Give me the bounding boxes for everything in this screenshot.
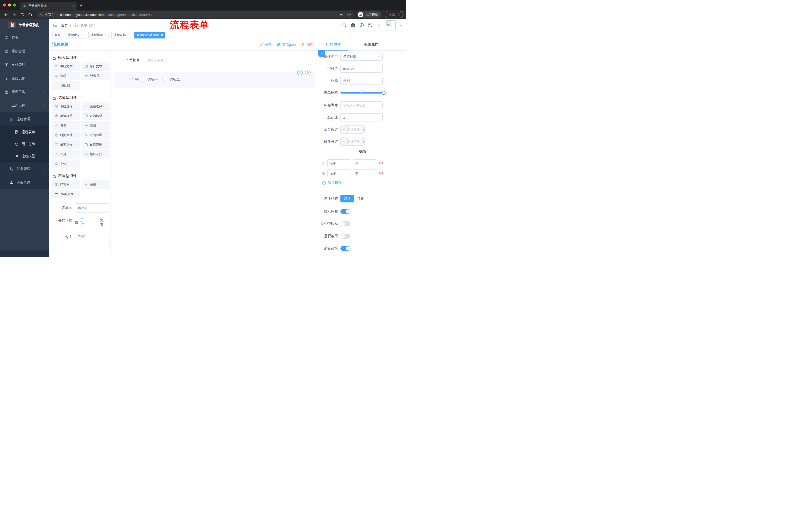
tag-process-model[interactable]: 流程模型✕ — [88, 32, 109, 38]
palette-item-button[interactable]: 按钮 — [82, 180, 110, 189]
minus-button[interactable]: − — [341, 138, 348, 145]
canvas-field-gender-selected[interactable]: 性别 选项一 选项二 — [115, 73, 315, 88]
phone-input[interactable] — [143, 56, 312, 65]
required-switch[interactable] — [341, 246, 350, 251]
view-json-button[interactable]: 查看json — [277, 43, 296, 47]
title-input[interactable] — [341, 77, 383, 85]
delete-component-button[interactable] — [305, 70, 311, 75]
sidebar-item-payment[interactable]: 支付管理 — [0, 58, 49, 72]
default-value-input[interactable] — [341, 113, 383, 121]
clear-button[interactable]: 清空 — [301, 43, 314, 47]
tag-home[interactable]: 首页 — [53, 32, 63, 38]
sidebar-item-process-form[interactable]: 流程表单 — [0, 126, 49, 138]
home-icon[interactable] — [27, 11, 34, 18]
data-bind-link-button[interactable] — [318, 51, 325, 57]
palette-item-radio-group[interactable]: 单选框组 — [52, 112, 80, 120]
status-off-label[interactable]: 关闭 — [100, 218, 106, 227]
palette-item-checkbox-group[interactable]: 多选框组 — [82, 112, 110, 120]
palette-item-date-picker[interactable]: 日期选择 — [52, 140, 80, 149]
font-size-icon[interactable] — [376, 23, 382, 28]
disabled-switch[interactable] — [341, 234, 350, 239]
palette-item-row-container[interactable]: 行容器 — [52, 180, 80, 189]
slider-track[interactable] — [341, 92, 384, 93]
reload-icon[interactable] — [19, 11, 26, 18]
tag-close-icon[interactable]: ✕ — [161, 33, 163, 37]
palette-item-table[interactable]: 表格[开发中] — [52, 190, 80, 198]
drag-handle-icon[interactable] — [322, 171, 326, 175]
tag-process-form[interactable]: 流程表单✕ — [111, 32, 132, 38]
plus-button[interactable]: + — [360, 126, 365, 133]
label-width-input[interactable] — [341, 101, 383, 109]
checkbox-icon[interactable] — [163, 78, 167, 82]
plus-button[interactable]: + — [360, 138, 365, 145]
palette-item-time-range[interactable]: 时间范围 — [82, 131, 110, 139]
minimize-window-button[interactable] — [8, 3, 11, 6]
app-logo-row[interactable]: 芋道管理系统 — [0, 19, 49, 31]
sidebar-item-home[interactable]: 首页 — [0, 31, 49, 45]
sidebar-item-devtools[interactable]: 研发工具 — [0, 85, 49, 99]
option-label-input[interactable] — [327, 169, 351, 177]
github-icon[interactable] — [350, 23, 355, 28]
style-default-button[interactable]: 默认 — [341, 195, 354, 202]
design-canvas[interactable]: 手机号 性别 选项一 — [112, 51, 318, 257]
tab-close-icon[interactable]: ✕ — [72, 4, 75, 8]
browser-update-button[interactable]: 更新 ⋮ — [385, 11, 404, 18]
min-select-value[interactable]: 至少应选 — [348, 126, 360, 133]
show-label-switch[interactable] — [341, 209, 350, 214]
tag-close-icon[interactable]: ✕ — [104, 33, 107, 37]
address-bar[interactable]: 不安全 | dashboard.yudao.iocoder.cn/bpm/man… — [37, 11, 354, 18]
palette-item-date-range[interactable]: 日期范围 — [82, 140, 110, 149]
palette-item-color-picker[interactable]: 颜色选择 — [82, 150, 110, 158]
status-off-radio[interactable] — [94, 221, 97, 224]
remove-option-icon[interactable] — [379, 171, 383, 175]
gender-option-2[interactable]: 选项二 — [163, 77, 180, 82]
tag-close-icon[interactable]: ✕ — [127, 33, 129, 37]
tag-close-icon[interactable]: ✕ — [81, 33, 84, 37]
browser-menu-dots-icon[interactable]: ⋮ — [397, 12, 401, 17]
sidebar-item-task-mgmt[interactable]: 任务管理 — [0, 162, 49, 176]
drag-handle-icon[interactable] — [322, 161, 326, 165]
avatar-caret-icon[interactable] — [400, 24, 403, 27]
password-key-icon[interactable] — [340, 12, 344, 17]
status-on-radio[interactable] — [75, 221, 78, 224]
new-tab-button[interactable]: + — [77, 3, 86, 10]
slider-handle[interactable] — [382, 91, 386, 95]
palette-item-switch[interactable]: 开关 — [52, 121, 80, 130]
palette-item-time-picker[interactable]: 时间选择 — [52, 131, 80, 139]
option-value-input[interactable] — [353, 159, 376, 167]
palette-item-cascader[interactable]: 级联选择 — [82, 102, 110, 111]
save-button[interactable]: 保存 — [259, 43, 271, 47]
palette-item-password[interactable]: 密码 — [52, 72, 80, 80]
sidebar-item-infra[interactable]: 基础设施 — [0, 72, 49, 85]
palette-item-editor[interactable]: 编辑器 — [52, 81, 80, 90]
palette-item-multi-text[interactable]: 多行文本 — [82, 62, 110, 71]
form-grid-slider[interactable] — [341, 89, 384, 97]
component-type-select[interactable] — [341, 53, 383, 61]
avatar[interactable] — [386, 20, 396, 30]
add-option-button[interactable]: 添加选项 — [322, 181, 406, 185]
sidebar-item-workflow[interactable]: 工作流程 — [0, 99, 49, 112]
option-label-input[interactable] — [327, 159, 351, 167]
palette-item-single-text[interactable]: 单行文本 — [52, 62, 80, 71]
canvas-field-phone[interactable]: 手机号 — [115, 56, 312, 65]
help-icon[interactable] — [359, 23, 364, 28]
search-icon[interactable] — [342, 23, 347, 28]
style-button-button[interactable]: 按钮 — [354, 195, 367, 202]
palette-item-upload[interactable]: 上传 — [52, 159, 80, 168]
back-icon[interactable] — [2, 11, 9, 18]
checkbox-icon[interactable] — [141, 78, 145, 82]
breadcrumb-home[interactable]: 首页 — [61, 23, 68, 28]
forward-icon[interactable] — [10, 11, 18, 18]
palette-item-select[interactable]: 下拉选择 — [52, 102, 80, 111]
browser-tab[interactable]: 芋道管理系统 ✕ — [20, 2, 77, 10]
tag-process-form-edit[interactable]: 流程表单-编辑✕ — [135, 32, 165, 38]
sidebar-item-leave-query[interactable]: 请假查询 — [0, 176, 49, 189]
border-switch[interactable] — [341, 221, 350, 226]
form-remark-textarea[interactable]: 嘿嘿 — [75, 233, 110, 248]
tab-component-props[interactable]: 组件属性 — [318, 39, 348, 50]
remove-option-icon[interactable] — [379, 161, 383, 165]
sidebar-item-user-group[interactable]: 用户分组 — [0, 138, 49, 150]
sidebar-item-system[interactable]: 系统管理 — [0, 45, 49, 58]
palette-item-counter[interactable]: 计数器 — [82, 72, 110, 80]
status-on-label[interactable]: 开启 — [81, 218, 87, 227]
